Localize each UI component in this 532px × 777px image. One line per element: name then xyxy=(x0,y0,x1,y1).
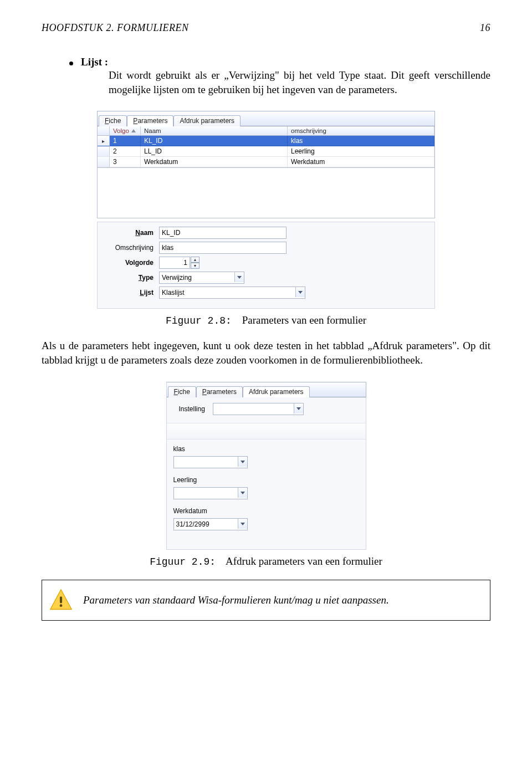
figure-number: Figuur 2.9: xyxy=(150,556,216,568)
input-omschrijving[interactable] xyxy=(159,242,287,254)
current-row-indicator-icon: ▸ xyxy=(98,136,110,146)
tabstrip: Fiche Parameters Afdruk parameters xyxy=(167,382,366,397)
input-instelling[interactable] xyxy=(213,403,304,415)
input-volgorde[interactable] xyxy=(159,257,190,269)
combo-instelling[interactable] xyxy=(213,403,304,415)
grid-header-omschrijving[interactable]: omschrijving xyxy=(288,126,434,136)
cell-naam: Werkdatum xyxy=(141,157,288,167)
cell-omschrijving: Werkdatum xyxy=(288,157,434,167)
dropdown-icon[interactable] xyxy=(234,272,244,282)
cell-naam: KL_ID xyxy=(141,136,288,146)
grid-row[interactable]: ▸ 1 KL_ID klas xyxy=(98,136,434,146)
figure-title: Parameters van een formulier xyxy=(242,314,366,326)
field-werkdatum: Werkdatum xyxy=(173,507,359,530)
spin-down-icon[interactable]: ▼ xyxy=(191,263,200,269)
figure-2-9: Fiche Parameters Afdruk parameters Inste… xyxy=(42,382,490,568)
cell-omschrijving: klas xyxy=(288,136,434,146)
field-klas: klas xyxy=(173,445,359,468)
svg-rect-0 xyxy=(60,596,62,603)
warning-text: Parameters van standaard Wisa-formuliere… xyxy=(83,594,389,606)
field-instelling: Instelling xyxy=(173,403,359,415)
parameters-grid: Volgo Naam omschrijving ▸ 1 KL_ID klas 2… xyxy=(97,126,435,168)
dropdown-icon[interactable] xyxy=(238,457,247,467)
cell-volg: 3 xyxy=(110,157,141,167)
warning-note: Parameters van standaard Wisa-formuliere… xyxy=(42,580,490,621)
parameters-editor-screenshot: Fiche Parameters Afdruk parameters Volgo… xyxy=(97,111,435,309)
grid-row[interactable]: 2 LL_ID Leerling xyxy=(98,146,434,157)
label-lijst: Lijst xyxy=(101,289,159,297)
combo-werkdatum[interactable] xyxy=(173,518,248,530)
label-omschrijving: Omschrijving xyxy=(101,244,159,252)
combo-lijst[interactable] xyxy=(159,287,305,299)
input-naam[interactable] xyxy=(159,227,287,239)
svg-point-1 xyxy=(60,604,63,607)
cell-omschrijving: Leerling xyxy=(288,146,434,157)
input-werkdatum[interactable] xyxy=(173,518,248,530)
input-type[interactable] xyxy=(159,272,244,284)
label-leerling: Leerling xyxy=(173,476,359,484)
paragraph-afdruk-intro: Als u de parameters hebt ingegeven, kunt… xyxy=(42,339,490,367)
row-indicator xyxy=(98,157,110,167)
combo-klas[interactable] xyxy=(173,456,248,468)
combo-type[interactable] xyxy=(159,272,244,284)
label-klas: klas xyxy=(173,445,359,453)
label-naam: Naam xyxy=(101,229,159,237)
figure-caption: Figuur 2.8: Parameters van een formulier xyxy=(42,314,490,326)
afdruk-parameters-screenshot: Fiche Parameters Afdruk parameters Inste… xyxy=(166,382,366,550)
bullet-item: Lijst : Dit wordt gebruikt als er „Verwi… xyxy=(69,56,490,96)
page-number: 16 xyxy=(480,22,490,34)
section-divider xyxy=(167,423,366,439)
grid-header-volgorde[interactable]: Volgo xyxy=(110,126,141,136)
sort-asc-icon xyxy=(131,129,136,132)
spin-up-icon[interactable]: ▲ xyxy=(191,257,200,263)
dropdown-icon[interactable] xyxy=(295,287,305,297)
tab-fiche[interactable]: Fiche xyxy=(99,115,127,126)
tab-fiche[interactable]: Fiche xyxy=(168,386,196,397)
label-type: Type xyxy=(101,274,159,282)
bullet-label: Lijst : xyxy=(81,56,108,68)
figure-title: Afdruk parameters van een formulier xyxy=(226,555,382,567)
input-leerling[interactable] xyxy=(173,487,248,499)
grid-row[interactable]: 3 Werkdatum Werkdatum xyxy=(98,157,434,167)
row-indicator xyxy=(98,146,110,157)
parameter-detail-form: Naam Omschrijving Volgorde ▲ ▼ xyxy=(97,222,435,309)
tab-parameters[interactable]: Parameters xyxy=(196,386,243,397)
warning-icon xyxy=(49,588,73,612)
label-werkdatum: Werkdatum xyxy=(173,507,359,515)
cell-volg: 1 xyxy=(110,136,141,146)
input-klas[interactable] xyxy=(173,456,248,468)
chapter-title: HOOFDSTUK 2. FORMULIEREN xyxy=(42,22,189,34)
grid-empty-area xyxy=(97,168,435,218)
figure-caption: Figuur 2.9: Afdruk parameters van een fo… xyxy=(42,555,490,568)
combo-leerling[interactable] xyxy=(173,487,248,499)
bullet-body: Dit wordt gebruikt als er „Verwijzing" b… xyxy=(109,68,490,96)
dropdown-icon[interactable] xyxy=(294,403,303,413)
tab-afdruk-parameters[interactable]: Afdruk parameters xyxy=(173,115,241,126)
figure-2-8: Fiche Parameters Afdruk parameters Volgo… xyxy=(42,111,490,326)
bullet-marker-icon xyxy=(69,62,73,65)
label-volgorde: Volgorde xyxy=(101,259,159,267)
figure-number: Figuur 2.8: xyxy=(166,315,232,326)
dropdown-icon[interactable] xyxy=(238,488,247,498)
label-instelling: Instelling xyxy=(179,405,205,413)
dropdown-icon[interactable] xyxy=(238,519,247,529)
field-leerling: Leerling xyxy=(173,476,359,499)
tab-parameters[interactable]: Parameters xyxy=(127,115,173,126)
tab-afdruk-parameters[interactable]: Afdruk parameters xyxy=(243,386,310,397)
tabstrip: Fiche Parameters Afdruk parameters xyxy=(97,111,435,126)
cell-naam: LL_ID xyxy=(141,146,288,157)
spin-volgorde[interactable]: ▲ ▼ xyxy=(159,257,200,269)
cell-volg: 2 xyxy=(110,146,141,157)
running-header: HOOFDSTUK 2. FORMULIEREN 16 xyxy=(42,22,490,34)
grid-header-naam[interactable]: Naam xyxy=(141,126,288,136)
input-lijst[interactable] xyxy=(159,287,305,299)
grid-header-row: Volgo Naam omschrijving xyxy=(98,126,434,136)
grid-header-indicator xyxy=(98,126,110,136)
